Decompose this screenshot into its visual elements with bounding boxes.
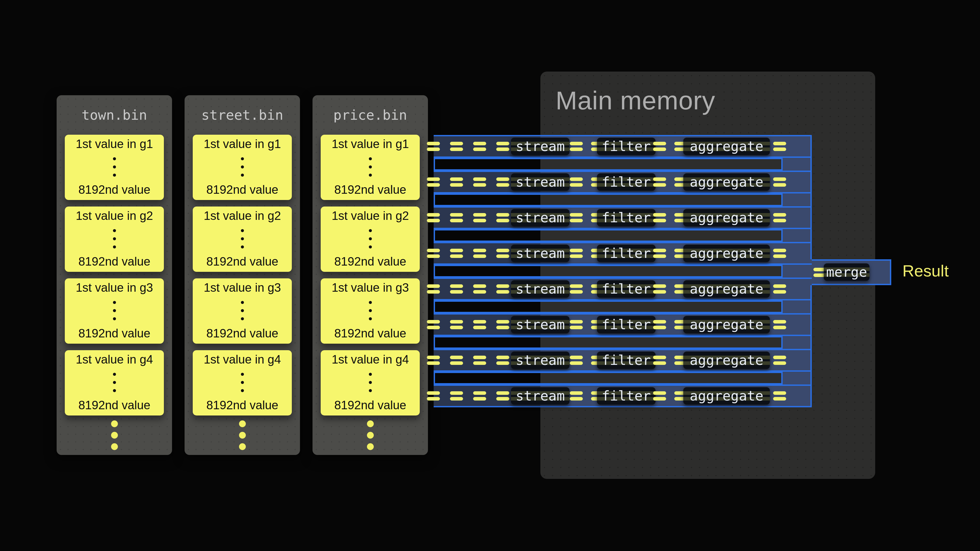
data-flow-icon — [773, 178, 786, 187]
data-flow-icon — [473, 391, 486, 400]
stream-label: stream — [515, 281, 565, 297]
data-flow-icon — [473, 284, 486, 294]
data-flow-icon — [570, 356, 583, 365]
data-flow-icon — [570, 284, 583, 294]
aggregate-box: aggregate — [683, 173, 770, 191]
aggregate-label: aggregate — [690, 281, 764, 297]
data-flow-icon — [653, 284, 666, 294]
group-last-label: 8192nd value — [334, 255, 406, 268]
data-flow-icon — [773, 320, 786, 329]
group-last-label: 8192nd value — [78, 399, 150, 412]
stream-label: stream — [515, 210, 565, 225]
data-flow-icon — [473, 249, 486, 258]
stream-label: stream — [515, 174, 565, 190]
data-flow-icon — [427, 356, 440, 365]
filter-label: filter — [601, 138, 651, 154]
data-flow-icon — [473, 142, 486, 151]
stream-label: stream — [515, 245, 565, 261]
ellipsis-dots-icon — [241, 157, 244, 176]
group-last-label: 8192nd value — [334, 183, 406, 196]
data-flow-icon — [450, 142, 463, 151]
data-flow-icon — [570, 178, 583, 187]
ellipsis-dots-icon — [369, 157, 372, 176]
aggregate-label: aggregate — [690, 174, 764, 190]
data-flow-icon — [773, 249, 786, 258]
value-group-box: 1st value in g1 8192nd value — [193, 135, 292, 200]
data-flow-icon — [473, 213, 486, 222]
data-flow-icon — [450, 284, 463, 294]
filter-label: filter — [601, 174, 651, 190]
group-first-label: 1st value in g1 — [204, 137, 281, 151]
pipeline-row: stream filter aggregate — [434, 206, 812, 229]
pipeline-gap — [434, 194, 783, 206]
ellipsis-dots-icon — [113, 157, 116, 176]
pipeline-row: stream filter aggregate — [434, 313, 812, 336]
value-group-box: 1st value in g2 8192nd value — [193, 206, 292, 272]
aggregate-label: aggregate — [690, 353, 764, 368]
stream-box: stream — [511, 387, 570, 405]
filter-box: filter — [597, 351, 655, 369]
pipeline-gap — [434, 265, 783, 278]
value-group-box: 1st value in g3 8192nd value — [65, 278, 164, 344]
stream-box: stream — [511, 245, 570, 262]
stream-box: stream — [511, 173, 570, 191]
data-flow-icon — [570, 391, 583, 400]
data-flow-icon — [570, 213, 583, 222]
result-label: Result — [902, 261, 949, 280]
aggregate-label: aggregate — [690, 317, 764, 332]
value-group-box: 1st value in g2 8192nd value — [321, 206, 420, 272]
data-flow-icon — [427, 391, 440, 400]
pipeline-row: stream filter aggregate — [434, 171, 812, 194]
data-flow-icon — [450, 213, 463, 222]
data-flow-icon — [496, 320, 509, 329]
group-last-label: 8192nd value — [78, 327, 150, 340]
merge-label: merge — [826, 264, 867, 280]
pipeline-gap — [434, 229, 783, 242]
data-flow-icon — [473, 320, 486, 329]
aggregate-box: aggregate — [683, 245, 770, 262]
value-group-box: 1st value in g2 8192nd value — [65, 206, 164, 272]
value-group-list: 1st value in g1 8192nd value 1st value i… — [312, 135, 428, 416]
file-title: town.bin — [57, 95, 172, 135]
aggregate-box: aggregate — [683, 351, 770, 369]
data-flow-icon — [496, 249, 509, 258]
pipeline-row: stream filter aggregate — [434, 384, 812, 407]
data-flow-icon — [570, 142, 583, 151]
stream-label: stream — [515, 317, 565, 332]
ellipsis-dots-icon — [241, 301, 244, 320]
group-first-label: 1st value in g4 — [332, 353, 409, 366]
data-flow-icon — [450, 249, 463, 258]
data-flow-icon — [473, 178, 486, 187]
data-flow-icon — [773, 356, 786, 365]
spine-border-top — [810, 135, 812, 259]
diagram-stage: Main memory town.bin 1st value in g1 819… — [0, 0, 980, 551]
data-flow-icon — [427, 320, 440, 329]
aggregate-box: aggregate — [683, 209, 770, 226]
group-first-label: 1st value in g2 — [204, 209, 281, 222]
value-group-box: 1st value in g3 8192nd value — [321, 278, 420, 344]
pipeline-row: stream filter aggregate — [434, 278, 812, 300]
filter-box: filter — [597, 173, 655, 191]
data-flow-icon — [496, 142, 509, 151]
ellipsis-dots-icon — [113, 229, 116, 248]
group-last-label: 8192nd value — [206, 327, 278, 340]
pipeline-gap — [434, 158, 783, 171]
group-last-label: 8192nd value — [334, 327, 406, 340]
data-flow-icon — [450, 178, 463, 187]
group-first-label: 1st value in g4 — [76, 353, 153, 366]
group-last-label: 8192nd value — [78, 255, 150, 268]
data-flow-icon — [496, 284, 509, 294]
group-last-label: 8192nd value — [206, 183, 278, 196]
data-flow-icon — [773, 284, 786, 294]
data-flow-icon — [427, 178, 440, 187]
group-first-label: 1st value in g1 — [332, 137, 409, 151]
ellipsis-dots-icon — [113, 301, 116, 320]
file-title: price.bin — [312, 95, 428, 135]
data-flow-icon — [570, 249, 583, 258]
more-groups-ellipsis-icon — [111, 421, 118, 450]
file-panel-price: price.bin 1st value in g1 8192nd value 1… — [312, 95, 428, 455]
ellipsis-dots-icon — [369, 229, 372, 248]
filter-label: filter — [601, 281, 651, 297]
group-last-label: 8192nd value — [334, 399, 406, 412]
file-panel-street: street.bin 1st value in g1 8192nd value … — [185, 95, 300, 455]
